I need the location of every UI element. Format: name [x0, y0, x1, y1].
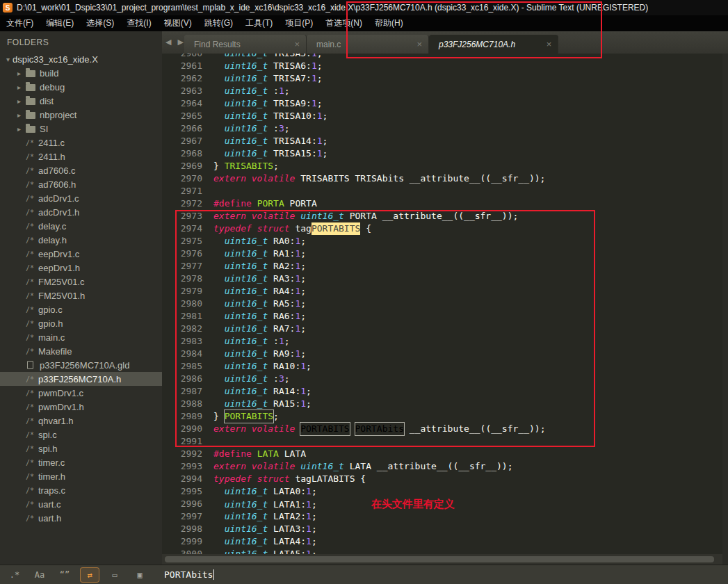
code-line[interactable]: 2993extern volatile uint16_t LATA __attr… [162, 460, 722, 473]
find-query-input[interactable]: PORTAbits [164, 569, 214, 580]
code-line[interactable]: 2973extern volatile uint16_t PORTA __att… [162, 210, 722, 222]
menu-item[interactable]: 首选项(N) [319, 15, 369, 31]
code-line[interactable]: 2984 uint16_t RA9:1; [162, 348, 722, 360]
code-line[interactable]: 2964 uint16_t TRISA9:1; [162, 97, 722, 110]
sidebar-item-build[interactable]: ▸build [0, 66, 162, 80]
code-line[interactable]: 2985 uint16_t RA10:1; [162, 360, 722, 373]
sidebar-item-uart.h[interactable]: /*uart.h [0, 511, 162, 525]
vertical-scrollbar[interactable] [722, 54, 728, 565]
code-line[interactable]: 2994typedef struct tagLATABITS { [162, 473, 722, 485]
tab-Find Results[interactable]: Find Results× [184, 35, 307, 54]
tab-p33FJ256MC710A.h[interactable]: p33FJ256MC710A.h× [429, 35, 558, 54]
sidebar-item-2411.c[interactable]: /*2411.c [0, 136, 162, 149]
sidebar-item-gpio.h[interactable]: /*gpio.h [0, 316, 162, 330]
code-line[interactable]: 2996 uint16_t LATA1:1;在头文件里有定义 [162, 498, 722, 510]
code-line[interactable]: 2969} TRISABITS; [162, 160, 722, 172]
sidebar-item-gpio.c[interactable]: /*gpio.c [0, 302, 162, 316]
code-line[interactable]: 2970extern volatile TRISABITS TRISAbits … [162, 172, 722, 185]
code-line[interactable]: 2977 uint16_t RA2:1; [162, 260, 722, 273]
code-line[interactable]: 2979 uint16_t RA4:1; [162, 285, 722, 298]
code-line[interactable]: 2987 uint16_t RA14:1; [162, 385, 722, 398]
sidebar-item-2411.h[interactable]: /*2411.h [0, 149, 162, 163]
menu-item[interactable]: 跳转(G) [198, 15, 239, 31]
whole-word-toggle-icon[interactable]: “” [56, 568, 74, 582]
sidebar-item-delay.h[interactable]: /*delay.h [0, 233, 162, 247]
case-sensitive-toggle-icon[interactable]: Aa [31, 568, 49, 582]
sidebar-item-debug[interactable]: ▸debug [0, 80, 162, 94]
sidebar-item-ad7606.c[interactable]: /*ad7606.c [0, 163, 162, 177]
code-line[interactable]: 2963 uint16_t :1; [162, 85, 722, 97]
menu-item[interactable]: 选择(S) [80, 15, 120, 31]
code-line[interactable]: 2997 uint16_t LATA2:1; [162, 510, 722, 523]
sidebar-item-spi.c[interactable]: /*spi.c [0, 428, 162, 441]
sidebar-item-nbproject[interactable]: ▸nbproject [0, 108, 162, 122]
menu-item[interactable]: 工具(T) [239, 15, 279, 31]
sidebar-root-folder[interactable]: ▾ dspic33_xc16_xide.X [0, 52, 162, 66]
code-line[interactable]: 2989} PORTABITS; [162, 410, 722, 423]
tab-main.c[interactable]: main.c× [307, 35, 429, 54]
menu-item[interactable]: 帮助(H) [369, 15, 410, 31]
code-line[interactable]: 2971 [162, 185, 722, 197]
regex-toggle-icon[interactable]: .* [6, 568, 24, 582]
code-line[interactable]: 2965 uint16_t TRISA10:1; [162, 110, 722, 122]
code-line[interactable]: 2988 uint16_t RA15:1; [162, 398, 722, 410]
sidebar-item-SI[interactable]: ▸SI [0, 122, 162, 136]
sidebar-item-Makefile[interactable]: /*Makefile [0, 344, 162, 358]
sidebar-item-p33FJ256MC710A.h[interactable]: /*p33FJ256MC710A.h [0, 372, 162, 386]
sidebar-item-FM25V01.h[interactable]: /*FM25V01.h [0, 289, 162, 302]
code-line[interactable]: 2981 uint16_t RA6:1; [162, 310, 722, 323]
code-line[interactable]: 2974typedef struct tagPORTABITS { [162, 222, 722, 235]
code-line[interactable]: 2990extern volatile PORTABITS PORTAbits … [162, 423, 722, 435]
code-line[interactable]: 2991 [162, 435, 722, 448]
code-line[interactable]: 2980 uint16_t RA5:1; [162, 298, 722, 310]
tab-nav-arrows[interactable]: ◀ ▶ [165, 38, 186, 47]
code-line[interactable]: 2995 uint16_t LATA0:1; [162, 485, 722, 498]
code-line[interactable]: 2978 uint16_t RA3:1; [162, 273, 722, 285]
code-line[interactable]: 2975 uint16_t RA0:1; [162, 235, 722, 248]
code-line[interactable]: 2998 uint16_t LATA3:1; [162, 523, 722, 535]
menu-item[interactable]: 查找(I) [120, 15, 157, 31]
sidebar-item-uart.c[interactable]: /*uart.c [0, 497, 162, 511]
horizontal-scrollbar-thumb[interactable] [165, 556, 714, 562]
code-line[interactable]: 2967 uint16_t TRISA14:1; [162, 135, 722, 147]
code-line[interactable]: 2962 uint16_t TRISA7:1; [162, 72, 722, 85]
sidebar-item-traps.c[interactable]: /*traps.c [0, 483, 162, 497]
close-icon[interactable]: × [542, 39, 551, 49]
sidebar-item-FM25V01.c[interactable]: /*FM25V01.c [0, 275, 162, 289]
horizontal-scrollbar-track[interactable] [162, 554, 722, 565]
code-line[interactable]: 2999 uint16_t LATA4:1; [162, 535, 722, 548]
close-icon[interactable]: × [290, 39, 300, 49]
sidebar-item-timer.h[interactable]: /*timer.h [0, 469, 162, 483]
sidebar-item-p33FJ256MC710A.gld[interactable]: p33FJ256MC710A.gld [0, 358, 162, 372]
sidebar-item-ad7606.h[interactable]: /*ad7606.h [0, 177, 162, 191]
highlight-matches-toggle-icon[interactable]: ▣ [131, 568, 149, 582]
menu-item[interactable]: 编辑(E) [40, 15, 80, 31]
sidebar-item-adcDrv1.c[interactable]: /*adcDrv1.c [0, 191, 162, 205]
sidebar-item-dist[interactable]: ▸dist [0, 94, 162, 108]
menu-item[interactable]: 项目(P) [279, 15, 319, 31]
menu-item[interactable]: 视图(V) [158, 15, 198, 31]
sidebar-item-spi.h[interactable]: /*spi.h [0, 441, 162, 455]
sidebar-item-qhvar1.h[interactable]: /*qhvar1.h [0, 414, 162, 428]
wrap-toggle-icon[interactable]: ⇄ [81, 568, 99, 582]
code-line[interactable]: 2960 uint16_t TRISA5:1; [162, 54, 722, 60]
code-line[interactable]: 2968 uint16_t TRISA15:1; [162, 147, 722, 160]
sidebar-item-eepDrv1.c[interactable]: /*eepDrv1.c [0, 247, 162, 261]
close-icon[interactable]: × [412, 39, 422, 49]
code-line[interactable]: 2986 uint16_t :3; [162, 373, 722, 385]
sidebar-item-pwmDrv1.c[interactable]: /*pwmDrv1.c [0, 386, 162, 400]
code-line[interactable]: 2966 uint16_t :3; [162, 122, 722, 135]
code-line[interactable]: 2983 uint16_t :1; [162, 335, 722, 348]
sidebar-item-delay.c[interactable]: /*delay.c [0, 219, 162, 233]
menu-item[interactable]: 文件(F) [0, 15, 40, 31]
code-line[interactable]: 2961 uint16_t TRISA6:1; [162, 60, 722, 72]
code-line[interactable]: 2972#define PORTA PORTA [162, 197, 722, 210]
code-line[interactable]: 2992#define LATA LATA [162, 448, 722, 460]
sidebar-item-main.c[interactable]: /*main.c [0, 330, 162, 344]
sidebar-item-timer.c[interactable]: /*timer.c [0, 455, 162, 469]
in-selection-toggle-icon[interactable]: ▭ [106, 568, 124, 582]
sidebar-item-eepDrv1.h[interactable]: /*eepDrv1.h [0, 261, 162, 275]
code-editor[interactable]: 2960 uint16_t TRISA5:1;2961 uint16_t TRI… [162, 54, 728, 565]
sidebar-item-pwmDrv1.h[interactable]: /*pwmDrv1.h [0, 400, 162, 414]
code-line[interactable]: 2982 uint16_t RA7:1; [162, 323, 722, 335]
